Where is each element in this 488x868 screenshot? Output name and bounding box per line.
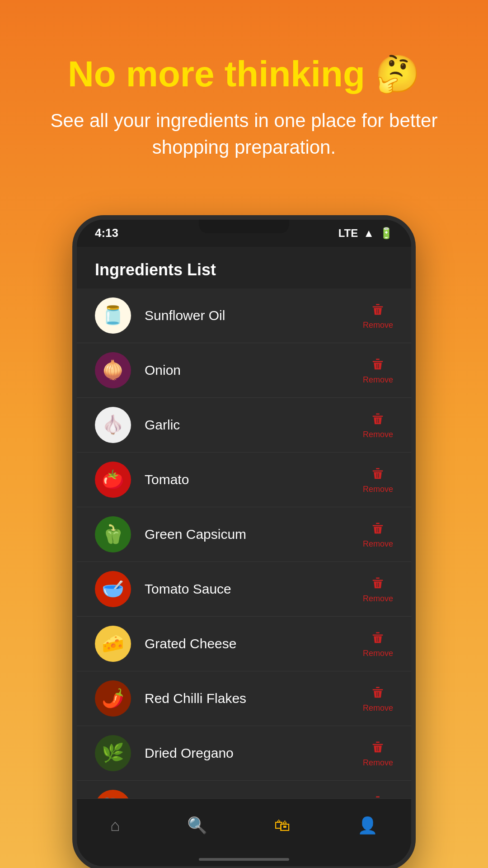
trash-icon xyxy=(370,465,386,483)
subtitle: See all your ingredients in one place fo… xyxy=(27,108,461,161)
ingredient-name-onion: Onion xyxy=(145,363,363,378)
ingredient-icon-green-capsicum: 🫑 xyxy=(95,516,131,552)
list-item: 🧅 Onion Remove xyxy=(77,343,411,398)
app-screen-title: Ingredients List xyxy=(95,260,393,279)
list-item: 🌿 Dried Oregano Remove xyxy=(77,726,411,781)
home-icon: ⌂ xyxy=(110,816,120,835)
search-icon: 🔍 xyxy=(187,816,207,835)
remove-button-grated-cheese[interactable]: Remove xyxy=(363,629,393,658)
bottom-nav: ⌂ 🔍 🛍 👤 xyxy=(77,798,411,853)
ingredient-icon-garlic: 🧄 xyxy=(95,407,131,443)
nav-item-search[interactable]: 🔍 xyxy=(187,816,207,835)
remove-button-red-chilli-flakes[interactable]: Remove xyxy=(363,684,393,713)
ingredient-name-tomato: Tomato xyxy=(145,472,363,487)
list-item: 🧀 Grated Cheese Remove xyxy=(77,617,411,671)
remove-button-sunflower-oil[interactable]: Remove xyxy=(363,301,393,330)
remove-button-onion[interactable]: Remove xyxy=(363,355,393,385)
remove-label: Remove xyxy=(363,758,393,768)
app-header: Ingredients List xyxy=(77,247,411,288)
ingredient-icon-sunflower-oil: 🫙 xyxy=(95,297,131,334)
list-item: 🍅 Tomato Remove xyxy=(77,453,411,507)
trash-icon xyxy=(370,410,386,428)
status-time: 4:13 xyxy=(95,226,118,240)
ingredient-icon-red-chilli-flakes: 🌶️ xyxy=(95,680,131,717)
ingredient-name-tomato-sauce: Tomato Sauce xyxy=(145,581,363,597)
trash-icon xyxy=(370,629,386,647)
trash-icon xyxy=(370,793,386,798)
home-indicator xyxy=(77,853,411,866)
remove-button-dried-oregano[interactable]: Remove xyxy=(363,738,393,768)
trash-icon xyxy=(370,301,386,319)
screen-content: Ingredients List 🫙 Sunflower Oil Remove xyxy=(77,247,411,866)
signal-bars-icon: ▲ xyxy=(363,227,374,240)
remove-label: Remove xyxy=(363,375,393,385)
list-item: 🫙 Sunflower Oil Remove xyxy=(77,288,411,343)
list-item: 🥘 Pizza Sauce Remove xyxy=(77,781,411,798)
nav-item-profile[interactable]: 👤 xyxy=(357,816,378,835)
profile-icon: 👤 xyxy=(357,816,378,835)
home-bar xyxy=(199,858,289,861)
cart-icon: 🛍 xyxy=(274,816,291,835)
ingredient-name-garlic: Garlic xyxy=(145,417,363,433)
remove-button-green-capsicum[interactable]: Remove xyxy=(363,519,393,549)
trash-icon xyxy=(370,574,386,592)
remove-label: Remove xyxy=(363,321,393,330)
nav-item-cart[interactable]: 🛍 xyxy=(274,816,291,835)
remove-label: Remove xyxy=(363,649,393,658)
list-item: 🥣 Tomato Sauce Remove xyxy=(77,562,411,617)
ingredient-icon-dried-oregano: 🌿 xyxy=(95,735,131,771)
trash-icon xyxy=(370,355,386,373)
main-title: No more thinking 🤔 xyxy=(27,54,461,94)
phone-mockup: 4:13 LTE ▲ 🔋 Ingredients List 🫙 Sunflowe… xyxy=(72,215,416,868)
remove-label: Remove xyxy=(363,485,393,494)
remove-label: Remove xyxy=(363,430,393,439)
ingredient-icon-grated-cheese: 🧀 xyxy=(95,626,131,662)
ingredient-icon-tomato-sauce: 🥣 xyxy=(95,571,131,607)
phone-frame: 4:13 LTE ▲ 🔋 Ingredients List 🫙 Sunflowe… xyxy=(72,215,416,868)
header-section: No more thinking 🤔 See all your ingredie… xyxy=(0,0,488,188)
remove-button-pizza-sauce[interactable]: Remove xyxy=(363,793,393,798)
remove-button-garlic[interactable]: Remove xyxy=(363,410,393,439)
ingredient-name-green-capsicum: Green Capsicum xyxy=(145,527,363,542)
signal-indicator: LTE xyxy=(338,227,358,240)
ingredient-name-sunflower-oil: Sunflower Oil xyxy=(145,308,363,323)
trash-icon xyxy=(370,738,386,756)
status-right: LTE ▲ 🔋 xyxy=(338,227,393,240)
remove-button-tomato[interactable]: Remove xyxy=(363,465,393,494)
ingredient-icon-pizza-sauce: 🥘 xyxy=(95,790,131,798)
ingredient-icon-tomato: 🍅 xyxy=(95,462,131,498)
nav-item-home[interactable]: ⌂ xyxy=(110,816,120,835)
status-bar: 4:13 LTE ▲ 🔋 xyxy=(77,220,411,247)
remove-label: Remove xyxy=(363,539,393,549)
list-item: 🌶️ Red Chilli Flakes Remove xyxy=(77,671,411,726)
ingredients-list: 🫙 Sunflower Oil Remove 🧅 Onion xyxy=(77,288,411,798)
ingredient-name-red-chilli-flakes: Red Chilli Flakes xyxy=(145,691,363,706)
ingredient-name-grated-cheese: Grated Cheese xyxy=(145,636,363,651)
remove-button-tomato-sauce[interactable]: Remove xyxy=(363,574,393,604)
ingredient-icon-onion: 🧅 xyxy=(95,352,131,388)
remove-label: Remove xyxy=(363,703,393,713)
battery-icon: 🔋 xyxy=(380,227,393,240)
trash-icon xyxy=(370,519,386,538)
ingredient-name-dried-oregano: Dried Oregano xyxy=(145,745,363,761)
trash-icon xyxy=(370,684,386,702)
list-item: 🧄 Garlic Remove xyxy=(77,398,411,453)
list-item: 🫑 Green Capsicum Remove xyxy=(77,507,411,562)
remove-label: Remove xyxy=(363,594,393,604)
